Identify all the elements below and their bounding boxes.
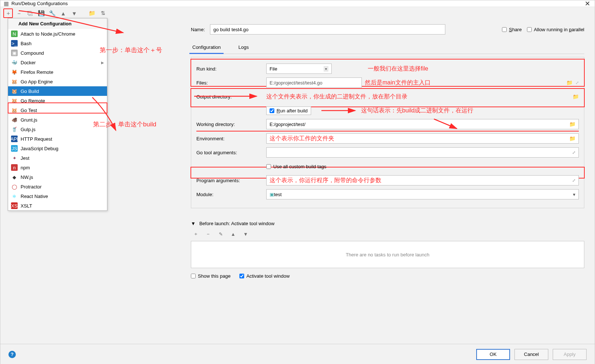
folder-button[interactable]: 📁 [87,8,97,18]
config-type-icon: ◆ [11,174,18,180]
popup-item-grunt-js[interactable]: 🐗Grunt.js [8,115,107,125]
popup-item-go-test[interactable]: 🐹Go Test [8,105,107,115]
wrench-icon: 🔧 [49,10,55,16]
popup-item-firefox-remote[interactable]: 🦊Firefox Remote [8,67,107,77]
expand-icon[interactable]: ⤢ [572,150,576,155]
custom-tags-checkbox[interactable]: Use all custom build tags [266,164,327,169]
window-title: Run/Debug Configurations [11,1,68,6]
config-type-icon: 🦊 [11,69,18,75]
expand-icon[interactable]: ⤢ [572,178,576,183]
collapse-icon[interactable]: ▼ [191,221,196,226]
config-type-icon: JS [11,145,18,152]
popup-item-protractor[interactable]: ◯Protractor [8,182,107,191]
popup-item-compound[interactable]: ▣Compound [8,48,107,58]
env-input[interactable]: 这个表示你工作的文件夹📁 [266,133,579,144]
popup-item-docker[interactable]: 🐳Docker▶ [8,58,107,67]
annotation-workdir: 这个表示你工作的文件夹 [270,135,334,143]
browse-icon[interactable]: 📁 [573,94,579,100]
popup-item-label: Gulp.js [21,127,35,132]
apply-button[interactable]: Apply [553,349,587,360]
activate-window-checkbox[interactable]: Activate tool window [239,273,290,279]
popup-item-go-remote[interactable]: 🐹Go Remote [8,96,107,105]
up-icon: ▲ [60,10,66,16]
sidebar: Add New Configuration NAttach to Node.js… [0,19,181,344]
popup-item-label: Firefox Remote [21,69,53,75]
files-input[interactable]: E:/goproject/test/test4.go [266,78,362,88]
popup-item-go-build[interactable]: 🐹Go Build [8,86,107,96]
before-launch-header: Before launch: Activate tool window [199,221,275,226]
chevron-down-icon: ▾ [324,66,328,72]
popup-item-label: Grunt.js [21,117,38,123]
name-input[interactable] [210,24,445,35]
add-config-popup: Add New Configuration NAttach to Node.js… [8,18,107,211]
add-button[interactable]: ＋ [3,8,13,18]
save-button[interactable]: 💾 [36,8,46,18]
popup-item-gulp-js[interactable]: 🥤Gulp.js [8,125,107,134]
settings-button[interactable]: 🔧 [47,8,57,18]
tab-logs[interactable]: Logs [237,42,250,54]
down-task-button[interactable]: ▼ [241,229,250,239]
run-after-build-checkbox[interactable]: Run after build [266,107,311,115]
popup-item-http-request[interactable]: APIHTTP Request [8,134,107,144]
popup-item-npm[interactable]: nnpm [8,163,107,172]
chevron-right-icon: ▶ [101,61,104,65]
popup-item-go-app-engine[interactable]: 🐹Go App Engine [8,77,107,86]
sort-button[interactable]: ⇅ [98,8,108,18]
config-type-icon: 🥤 [11,126,18,133]
parallel-checkbox[interactable]: Allow running in parallel [527,27,584,32]
remove-task-button[interactable]: − [203,229,213,239]
tab-configuration[interactable]: Configuration [191,42,222,54]
runkind-select[interactable]: File▾ [266,64,332,74]
workdir-input[interactable]: E:/goproject/test/📁 [266,119,579,129]
remove-button[interactable]: − [14,8,24,18]
popup-item-jest[interactable]: ✦Jest [8,153,107,163]
browse-icon[interactable]: 📁 [566,80,573,86]
up-button[interactable]: ▲ [58,8,68,18]
down-icon: ▼ [71,10,77,16]
annotation-step1: 第一步：单击这个＋号 [100,46,162,54]
progargs-input[interactable]: 这个表示，你运行程序，附带的命令行参数⤢ [266,175,579,185]
browse-icon[interactable]: 📁 [569,121,576,127]
popup-item-label: Go Build [21,89,39,94]
minus-icon: − [16,10,22,16]
copy-button[interactable]: ⿻ [25,8,35,18]
copy-icon: ⿻ [27,10,33,16]
runkind-label: Run kind: [196,66,262,72]
popup-item-label: React Native [21,194,48,199]
help-icon[interactable]: ? [8,351,16,358]
annotation-files: 然后是main文件的主入口 [365,79,431,87]
popup-item-label: Go Test [21,108,37,113]
sort-icon: ⇅ [100,10,106,16]
popup-item-javascript-debug[interactable]: JSJavaScript Debug [8,144,107,153]
popup-item-xslt[interactable]: XSXSLT [8,201,107,210]
config-type-icon: ◯ [11,183,18,190]
popup-item-attach-to-node-js-chrome[interactable]: NAttach to Node.js/Chrome [8,29,107,39]
cancel-button[interactable]: Cancel [514,349,548,360]
popup-item-react-native[interactable]: ⚛React Native [8,191,107,201]
goargs-input[interactable]: ⤢ [266,147,579,158]
up-task-button[interactable]: ▲ [228,229,238,239]
config-form: Run kind: File▾ 一般我们在这里选择file Files: E:/… [191,57,584,208]
edit-task-button[interactable]: ✎ [216,229,225,239]
module-select[interactable]: ▣ test▾ [266,189,579,199]
progargs-label: Program arguments: [196,178,262,183]
expand-icon[interactable]: ⤢ [576,80,579,85]
share-checkbox[interactable]: SSharehare [502,27,522,32]
popup-item-nw-js[interactable]: ◆NW.js [8,172,107,182]
add-task-button[interactable]: ＋ [191,229,200,239]
config-type-icon: API [11,136,18,142]
down-button[interactable]: ▼ [70,8,79,18]
config-type-icon: 🐹 [11,88,18,94]
popup-item-label: Docker [21,60,36,65]
config-type-icon: 🐹 [11,107,18,113]
config-type-icon: 🐳 [11,59,18,66]
workdir-label: Working directory: [196,122,262,127]
annotation-outdir: 这个文件夹表示，你生成的二进制文件，放在那个目录 [266,93,407,101]
goargs-label: Go tool arguments: [196,150,262,155]
popup-item-bash[interactable]: >_Bash [8,39,107,48]
ok-button[interactable]: OK [476,349,510,360]
close-icon[interactable]: ✕ [585,0,590,8]
show-page-checkbox[interactable]: Show this page [191,273,231,279]
browse-icon[interactable]: 📁 [569,136,576,141]
folder-icon: 📁 [89,10,95,16]
